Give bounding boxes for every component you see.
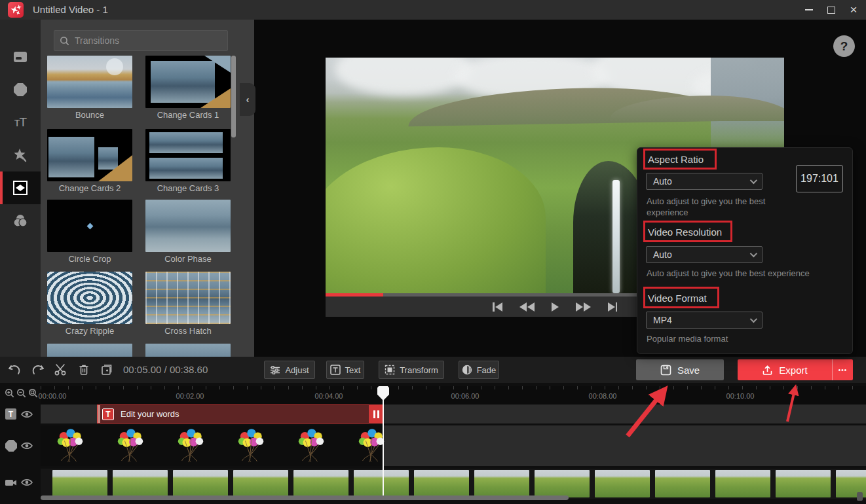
minimize-button[interactable] bbox=[799, 0, 819, 20]
panel-scrollbar[interactable] bbox=[231, 56, 236, 137]
effects-star-icon bbox=[12, 147, 28, 163]
transition-thumb-change-cards-1[interactable] bbox=[145, 56, 231, 108]
delete-button[interactable] bbox=[76, 363, 92, 377]
media-icon bbox=[13, 51, 28, 63]
sidebar-item-filters[interactable] bbox=[0, 204, 41, 237]
text-track: T Edit your words bbox=[41, 405, 866, 423]
save-button[interactable]: Save bbox=[636, 359, 724, 380]
search-input[interactable] bbox=[75, 35, 212, 46]
video-clip-thumbnail[interactable] bbox=[293, 470, 348, 497]
sidebar-item-media[interactable] bbox=[0, 41, 41, 73]
text-clip-icon: T bbox=[102, 408, 114, 420]
skip-end-button[interactable] bbox=[608, 302, 618, 312]
sidebar-item-transitions[interactable] bbox=[0, 171, 41, 204]
overlay-track-visibility-toggle[interactable] bbox=[20, 441, 33, 450]
balloon-thumbnail bbox=[296, 428, 326, 463]
text-clip[interactable]: T Edit your words bbox=[97, 405, 384, 423]
save-label: Save bbox=[677, 365, 700, 376]
transition-label: Color Phase bbox=[145, 254, 231, 264]
video-clip-thumbnail[interactable] bbox=[113, 470, 168, 497]
redo-button[interactable] bbox=[30, 363, 46, 377]
transition-thumb-partial[interactable] bbox=[47, 344, 132, 357]
close-button[interactable]: × bbox=[844, 0, 863, 20]
zoom-fit-button[interactable] bbox=[28, 388, 38, 398]
cut-button[interactable] bbox=[53, 363, 69, 377]
adjust-button[interactable]: Adjust bbox=[264, 361, 315, 379]
export-button[interactable]: Export ••• bbox=[738, 359, 853, 380]
rewind-button[interactable] bbox=[519, 302, 535, 312]
ruler-label: 00:04.00 bbox=[315, 392, 343, 400]
video-clip-thumbnail[interactable] bbox=[354, 470, 409, 497]
text-tool-icon: тT bbox=[14, 115, 26, 130]
help-button[interactable]: ? bbox=[833, 35, 855, 57]
fade-button[interactable]: Fade bbox=[459, 361, 499, 379]
ruler-label: 00:08.00 bbox=[589, 392, 617, 400]
output-settings-panel: Aspect Ratio Auto 197:101 Auto adjust to… bbox=[637, 147, 853, 354]
overlay-clip[interactable] bbox=[41, 425, 384, 466]
export-more-button[interactable]: ••• bbox=[832, 359, 853, 380]
chevron-down-icon bbox=[750, 177, 757, 184]
text-track-visibility-toggle[interactable] bbox=[20, 410, 33, 419]
video-clip-thumbnail[interactable] bbox=[595, 470, 650, 497]
video-clip-thumbnail[interactable] bbox=[535, 470, 590, 497]
sidebar-item-elements[interactable] bbox=[0, 73, 41, 106]
video-resolution-dropdown[interactable]: Auto bbox=[646, 246, 762, 263]
text-button[interactable]: Text bbox=[326, 361, 364, 379]
timeline-ruler[interactable]: 00:00.00 00:02.00 00:04.00 00:06.00 00:0… bbox=[41, 386, 866, 405]
fade-icon bbox=[462, 365, 472, 375]
more-dots-icon: ••• bbox=[838, 367, 848, 374]
balloon-thumbnail bbox=[115, 428, 145, 463]
transition-thumb-circle-crop[interactable] bbox=[47, 200, 132, 252]
duplicate-button[interactable] bbox=[99, 363, 115, 377]
sidebar-item-text[interactable]: тT bbox=[0, 106, 41, 139]
aspect-ratio-helper: Auto adjust to give you the best experie… bbox=[647, 196, 787, 218]
transition-thumb-change-cards-3[interactable] bbox=[145, 129, 231, 181]
transition-label: Circle Crop bbox=[47, 254, 132, 264]
zoom-in-button[interactable] bbox=[5, 388, 14, 398]
video-clip-thumbnail[interactable] bbox=[715, 470, 770, 497]
maximize-button[interactable] bbox=[821, 0, 841, 20]
transition-thumb-crazy-ripple[interactable] bbox=[47, 272, 132, 324]
aspect-ratio-dropdown[interactable]: Auto bbox=[646, 173, 762, 190]
video-clip-thumbnail[interactable] bbox=[414, 470, 469, 497]
fast-forward-button[interactable] bbox=[576, 302, 591, 312]
overlay-track-icon bbox=[5, 440, 17, 452]
transition-thumb-change-cards-2[interactable] bbox=[47, 129, 132, 181]
timeline: 00:00.00 00:02.00 00:04.00 00:06.00 00:0… bbox=[0, 383, 866, 504]
filters-icon bbox=[12, 213, 28, 228]
app-logo-icon bbox=[8, 2, 24, 18]
video-format-dropdown[interactable]: MP4 bbox=[646, 312, 762, 329]
transform-button[interactable]: Transform bbox=[379, 361, 444, 379]
aspect-ratio-value: Auto bbox=[653, 176, 672, 187]
zoom-out-button[interactable] bbox=[16, 388, 26, 398]
playhead-line[interactable] bbox=[383, 386, 384, 495]
video-clip-thumbnail[interactable] bbox=[52, 470, 107, 497]
skip-start-button[interactable] bbox=[493, 302, 502, 312]
transition-thumb-partial[interactable] bbox=[145, 344, 231, 357]
transition-thumb-cross-hatch[interactable] bbox=[145, 272, 231, 324]
transition-thumb-bounce[interactable] bbox=[47, 56, 132, 108]
annotation-box-video-resolution bbox=[643, 221, 732, 242]
video-clip-thumbnail[interactable] bbox=[474, 470, 529, 497]
search-box[interactable] bbox=[54, 30, 228, 51]
video-clip-thumbnail[interactable] bbox=[173, 470, 228, 497]
export-label: Export bbox=[779, 365, 807, 376]
search-icon bbox=[60, 36, 69, 46]
play-button[interactable] bbox=[552, 302, 559, 312]
waterfall bbox=[612, 180, 620, 293]
transition-label: Crazy Ripple bbox=[47, 326, 132, 336]
transition-label: Cross Hatch bbox=[145, 326, 231, 336]
video-clip-thumbnail[interactable] bbox=[233, 470, 288, 497]
timeline-horizontal-scrollbar[interactable] bbox=[41, 495, 569, 500]
video-track bbox=[41, 469, 866, 499]
panel-collapse-tab[interactable]: ‹ bbox=[240, 83, 255, 116]
export-main[interactable]: Export bbox=[738, 365, 832, 376]
clip-left-handle[interactable] bbox=[98, 405, 100, 423]
video-clip-thumbnail[interactable] bbox=[655, 470, 710, 497]
clip-right-handle[interactable] bbox=[369, 405, 383, 423]
transition-thumb-color-phase[interactable] bbox=[145, 200, 231, 252]
sidebar-item-effects[interactable] bbox=[0, 139, 41, 171]
video-track-visibility-toggle[interactable] bbox=[20, 478, 33, 487]
undo-button[interactable] bbox=[7, 363, 22, 377]
video-clip-thumbnail[interactable] bbox=[776, 470, 831, 497]
